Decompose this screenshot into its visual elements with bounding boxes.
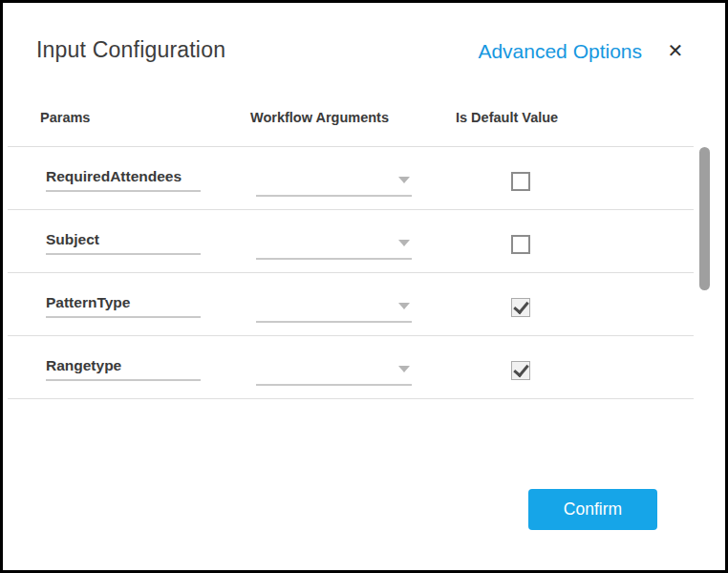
- column-header-params: Params: [40, 110, 90, 125]
- is-default-checkbox[interactable]: [511, 298, 530, 317]
- param-name-value: RequiredAttendees: [46, 166, 201, 186]
- column-header-is-default-value: Is Default Value: [456, 110, 558, 125]
- column-header-workflow-arguments: Workflow Arguments: [250, 110, 389, 125]
- param-name-field[interactable]: PatternType: [46, 292, 201, 318]
- table-row: PatternType: [8, 272, 694, 335]
- param-name-value: Subject: [46, 229, 201, 249]
- is-default-checkbox[interactable]: [511, 172, 530, 191]
- param-name-field[interactable]: Subject: [46, 229, 201, 255]
- param-name-value: PatternType: [46, 292, 201, 312]
- confirm-button[interactable]: Confirm: [528, 489, 657, 530]
- dropdown-caret-icon: [398, 177, 410, 183]
- workflow-argument-dropdown[interactable]: [256, 358, 412, 386]
- advanced-options-link[interactable]: Advanced Options: [478, 40, 642, 63]
- input-configuration-dialog: Input Configuration Advanced Options ✕ P…: [0, 0, 728, 573]
- table-row: Rangetype: [8, 335, 694, 398]
- dialog-title: Input Configuration: [36, 37, 225, 63]
- table-row: Subject: [8, 209, 694, 272]
- workflow-argument-dropdown[interactable]: [256, 295, 412, 323]
- param-name-field[interactable]: Rangetype: [46, 355, 201, 381]
- params-table: RequiredAttendees Subject PatternType: [8, 146, 694, 399]
- dropdown-caret-icon: [398, 303, 410, 309]
- param-name-value: Rangetype: [46, 355, 201, 375]
- close-icon[interactable]: ✕: [664, 39, 687, 62]
- table-column-headers: Params Workflow Arguments Is Default Val…: [3, 110, 725, 131]
- param-name-field[interactable]: RequiredAttendees: [46, 166, 201, 192]
- dropdown-caret-icon: [398, 366, 410, 372]
- workflow-argument-dropdown[interactable]: [256, 169, 412, 197]
- is-default-checkbox[interactable]: [511, 235, 530, 254]
- vertical-scrollbar-thumb[interactable]: [699, 147, 710, 290]
- dropdown-caret-icon: [398, 240, 410, 246]
- workflow-argument-dropdown[interactable]: [256, 232, 412, 260]
- is-default-checkbox[interactable]: [511, 361, 530, 380]
- table-row: RequiredAttendees: [8, 146, 694, 209]
